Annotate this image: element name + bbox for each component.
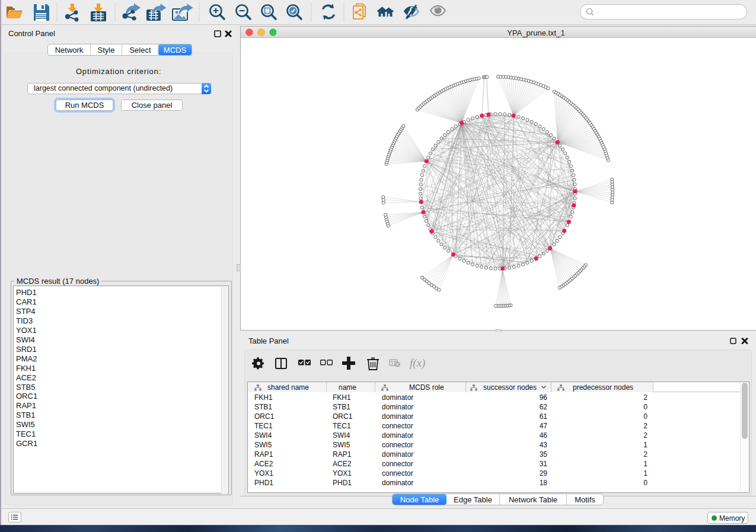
svg-text:f(x): f(x) [410, 357, 425, 370]
